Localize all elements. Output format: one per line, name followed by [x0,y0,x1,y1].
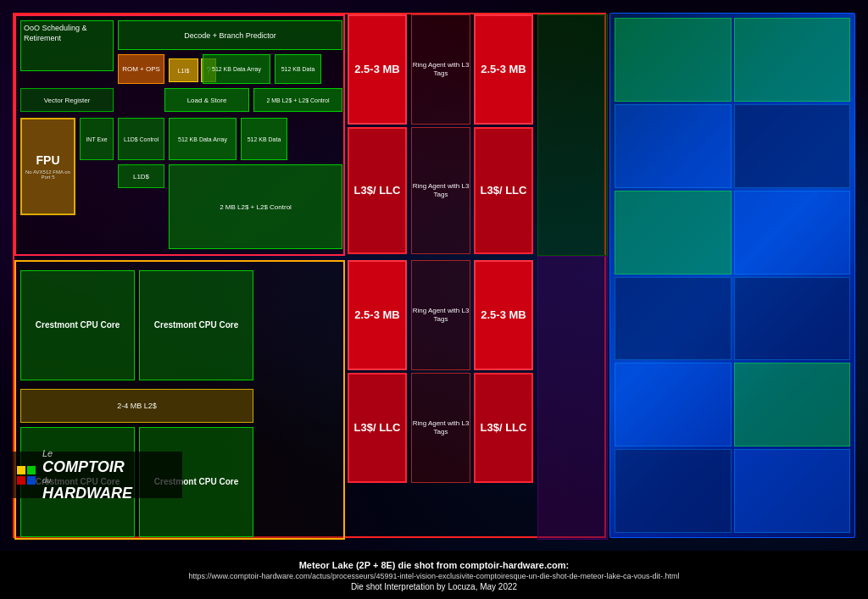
l1d-block: L1D$ [118,164,164,188]
chip-cell [734,449,851,533]
ring-agent-label-tc2: Ring Agent with L3 Tags [412,182,470,200]
fpu-block: FPU No AVX512 FMA on Port 5 [20,118,75,215]
logo-square-green [27,466,36,474]
data-array-b1-label: 512 KB Data Array [178,136,227,142]
logo-square-red [17,476,25,485]
chip-cell [734,18,851,102]
l3-llc-top-left: L3$/ LLC [348,127,407,254]
ring-agent-bottom-center-1: Ring Agent with L3 Tags [411,260,470,370]
cache-253-label-tr: 2.5-3 MB [481,63,526,76]
l1i-cache-block: L1I$ [169,58,198,82]
logo-square-yellow [17,466,25,474]
chip-cell [615,449,732,533]
chip-cell [734,104,851,188]
logo-text-container: Le COMPTOIR du HARDWARE [42,448,132,502]
l2-control-label: 2 MB L2$ + L2$ Control [266,97,329,103]
ring-agent-bottom-center-2: Ring Agent with L3 Tags [411,373,470,483]
ring-agent-top-center-2: Ring Agent with L3 Tags [411,127,470,254]
ring-agent-label-bc1: Ring Agent with L3 Tags [412,307,470,324]
chip-cell [734,277,851,361]
vector-register-block: Vector Register [20,88,114,112]
int-exe-block: INT Exe [80,118,114,160]
fpu-sublabel: No AVX512 FMA on Port 5 [22,169,74,180]
l2-e-core-block: 2-4 MB L2$ [20,389,253,423]
ooo-label: OoO Scheduling & Retirement [21,21,113,46]
l3-llc-label-bl: L3$/ LLC [354,421,401,435]
cache-253-top-right: 2.5-3 MB [474,14,533,125]
data-array-b2-label: 512 KB Data [248,136,281,142]
bottom-credit: Die shot Interpretation by Locuza, May 2… [351,582,517,591]
data-array-label-2: 512 KB Data [281,66,315,72]
load-store-block: Load & Store [164,88,249,112]
l3-llc-label-tr: L3$/ LLC [481,184,527,197]
rom-label: ROM + OPS [122,65,160,73]
l2-e-label: 2-4 MB L2$ [117,402,157,410]
l3-llc-label-br: L3$/ LLC [481,421,527,435]
l1i-label: L1I$ [178,68,190,74]
crestmont-label-2: Crestmont CPU Core [154,319,238,331]
cache-253-label-tl: 2.5-3 MB [354,63,399,76]
l1d-ctrl-label: L1D$ Control [124,136,159,142]
logo-squares [17,466,36,485]
l2-2mb-label: 2 MB L2$ + L2$ Control [220,203,292,211]
l3-llc-label-tl: L3$/ LLC [354,184,401,197]
logo-du: du [42,476,132,485]
main-container: OoO Scheduling & Retirement Decode + Bra… [0,0,868,599]
logo-area: Le COMPTOIR du HARDWARE [13,452,182,498]
l2-2mb-block: 2 MB L2$ + L2$ Control [169,164,342,249]
chip-cell [734,363,851,446]
decode-block: Decode + Branch Predictor [118,20,342,50]
logo-hardware: HARDWARE [42,485,132,502]
crestmont-label-1: Crestmont CPU Core [36,319,120,331]
bottom-right-purple [537,256,608,540]
p-core-top-block: OoO Scheduling & Retirement Decode + Bra… [14,14,345,256]
right-chip-area [609,13,855,538]
bottom-url: https://www.comptoir-hardware.com/actus/… [188,572,679,580]
data-array-512-b2: 512 KB Data [241,118,287,160]
logo-comptoir: COMPTOIR [42,458,132,476]
top-right-green [537,14,608,256]
l1d-label: L1D$ [133,173,149,180]
cache-253-label-bl: 2.5-3 MB [354,308,399,322]
ooo-block: OoO Scheduling & Retirement [20,20,114,71]
load-store-label: Load & Store [187,97,227,104]
chip-cell [615,104,732,188]
rom-ops-block: ROM + OPS [118,54,164,84]
cache-253-label-br: 2.5-3 MB [481,308,526,322]
int-exe-label: INT Exe [86,136,107,142]
chip-cell [615,277,732,361]
cache-253-bottom-left: 2.5-3 MB [348,260,407,370]
ring-agent-top-center: Ring Agent with L3 Tags [411,14,470,125]
chip-cell [615,363,732,446]
decode-label: Decode + Branch Predictor [184,31,275,40]
vector-label: Vector Register [44,97,91,104]
bottom-info-bar: Meteor Lake (2P + 8E) die shot from comp… [0,551,868,599]
bottom-title: Meteor Lake (2P + 8E) die shot from comp… [299,558,570,573]
chip-cell [615,191,732,275]
data-array-512-b1: 512 KB Data Array [169,118,236,160]
crestmont-core-2: Crestmont CPU Core [139,270,253,380]
fpu-label: FPU [36,153,60,167]
logo-le: Le [42,448,132,458]
die-image-area: OoO Scheduling & Retirement Decode + Bra… [0,0,868,551]
chip-cell [734,191,851,275]
ring-agent-label-tc: Ring Agent with L3 Tags [412,61,470,79]
l3-llc-top-right: L3$/ LLC [474,127,533,254]
l1d-control-block: L1D$ Control [118,118,164,160]
data-array-512-1: 512 KB Data Array [203,54,270,84]
cache-253-top-left: 2.5-3 MB [348,14,407,125]
data-array-512-2: 512 KB Data [275,54,321,84]
crestmont-core-1: Crestmont CPU Core [20,270,135,380]
l2-control-block: 2 MB L2$ + L2$ Control [253,88,342,112]
l3-llc-bottom-right: L3$/ LLC [474,373,533,483]
l3-llc-bottom-left: L3$/ LLC [348,373,407,483]
chip-cell [615,18,732,102]
ring-agent-label-bc2: Ring Agent with L3 Tags [412,419,470,437]
cache-253-bottom-right: 2.5-3 MB [474,260,533,370]
data-array-label-1: 512 KB Data Array [212,66,261,72]
logo-square-blue [27,476,36,485]
